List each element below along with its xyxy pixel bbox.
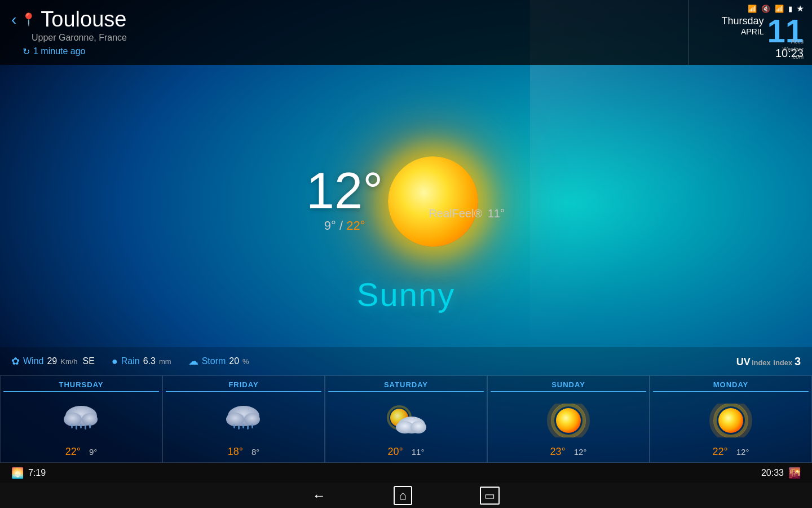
forecast-monday-label: MONDAY — [653, 380, 809, 392]
uv-index: UVindex index 3 — [736, 355, 801, 368]
svg-point-2 — [82, 413, 98, 426]
bottom-nav: ← ⌂ ▭ — [0, 483, 812, 508]
forecast-thursday-icon — [59, 395, 104, 446]
month-label: APRIL — [741, 27, 764, 36]
rain-cloud-icon-fri — [221, 404, 266, 437]
svg-rect-11 — [233, 424, 235, 428]
sunrise-info: 🌅 7:19 — [11, 467, 46, 479]
weather-details-bar: ✿ Wind 29Km/h SE ● Rain 6.3mm ☁ Storm 20… — [0, 347, 812, 375]
back-arrow-icon[interactable]: ‹ — [11, 11, 16, 29]
sunset-icon: 🌇 — [788, 467, 801, 479]
forecast-saturday-label: SATURDAY — [328, 380, 484, 392]
forecast-monday: MONDAY 22° — [650, 375, 812, 463]
uv-label: UV — [736, 356, 751, 367]
bottom-info: 🌅 7:19 20:33 🌇 — [0, 463, 812, 483]
forecast-mon-high: 22° — [713, 446, 728, 458]
realfeel-container: RealFeel® 11° — [429, 207, 505, 220]
forecast-sunday-temps: 23° 12° — [491, 446, 646, 458]
uv-sub-label: index — [752, 358, 771, 367]
svg-point-21 — [556, 408, 581, 433]
location-pin-icon: 📍 — [21, 13, 36, 27]
svg-point-20 — [411, 421, 426, 433]
forecast-monday-icon — [708, 395, 753, 446]
svg-rect-12 — [238, 425, 240, 430]
refresh-icon: ↻ — [23, 46, 30, 57]
forecast-sat-low: 11° — [412, 447, 425, 457]
bottom-bar: 🌅 7:19 20:33 🌇 ← ⌂ ▭ — [0, 463, 812, 508]
storm-detail: ☁ Storm 20% — [188, 355, 249, 367]
forecast-fri-low: 8° — [251, 447, 259, 457]
temp-range: 9° / 22° — [306, 218, 383, 233]
sunrise-icon: 🌅 — [11, 467, 24, 479]
forecast-sat-high: 20° — [388, 446, 403, 458]
rain-drop-icon: ● — [112, 356, 118, 367]
accuweather-logo: AccuWeather.com — [782, 38, 804, 60]
rain-value: 6.3 — [143, 356, 156, 366]
rain-unit: mm — [159, 357, 171, 366]
rain-cloud-icon-thu — [59, 404, 104, 437]
forecast-thu-high: 22° — [65, 446, 81, 458]
wifi-icon: 📶 — [775, 5, 784, 13]
bluetooth-icon: 📶 — [748, 5, 757, 13]
temp-sep: / — [336, 218, 346, 233]
sunset-time: 20:33 — [761, 468, 784, 478]
forecast-monday-temps: 22° 12° — [653, 446, 809, 458]
condition-label: Sunny — [357, 275, 455, 313]
svg-point-9 — [226, 413, 244, 426]
rain-label: Rain — [121, 356, 140, 366]
sun-container — [388, 156, 478, 247]
recents-button[interactable]: ▭ — [480, 487, 500, 505]
forecast-friday-icon — [221, 395, 266, 446]
forecast-saturday: SATURDAY — [325, 375, 487, 463]
forecast-sunday-icon — [546, 395, 591, 446]
forecast-mon-low: 12° — [736, 447, 749, 457]
forecast-thursday-temps: 22° 9° — [3, 446, 159, 458]
forecast-sun-low: 12° — [574, 447, 587, 457]
svg-rect-15 — [251, 424, 253, 428]
sunny-icon-sun — [546, 404, 591, 437]
realfeel-label: RealFeel® — [429, 207, 482, 220]
forecast-friday-temps: 18° 8° — [166, 446, 321, 458]
wind-detail: ✿ Wind 29Km/h SE — [11, 355, 95, 367]
refresh-time-text: 1 minute ago — [33, 46, 86, 56]
mute-icon: 🔇 — [761, 5, 770, 13]
current-temperature: 12° — [306, 165, 383, 216]
battery-icon: ▮ — [788, 5, 792, 13]
status-icons: 📶 🔇 📶 ▮ ★ — [748, 5, 804, 13]
svg-rect-13 — [242, 424, 244, 428]
location-subtitle: Upper Garonne, France — [11, 33, 677, 43]
datetime-section: 📶 🔇 📶 ▮ ★ Thursday APRIL 11 10:23 AccuWe… — [688, 0, 812, 65]
forecast-friday: FRIDAY — [162, 375, 325, 463]
rain-detail: ● Rain 6.3mm — [112, 356, 171, 367]
svg-rect-7 — [89, 424, 91, 428]
storm-unit: % — [242, 357, 249, 366]
forecast-friday-label: FRIDAY — [166, 380, 321, 392]
storm-value: 20 — [229, 356, 239, 366]
forecast-thu-low: 9° — [89, 447, 97, 457]
forecast-sunday: SUNDAY 23° — [487, 375, 650, 463]
forecast-bar: THURSDAY — [0, 375, 812, 463]
uv-value: 3 — [795, 355, 801, 367]
svg-rect-4 — [76, 425, 77, 430]
wind-icon: ✿ — [11, 355, 20, 367]
top-bar: ‹ 📍 Toulouse Upper Garonne, France ↻ 1 m… — [0, 0, 812, 65]
forecast-thursday: THURSDAY — [0, 375, 162, 463]
svg-rect-3 — [71, 424, 73, 428]
svg-rect-5 — [80, 424, 82, 428]
wind-unit: Km/h — [60, 357, 77, 366]
storm-label: Storm — [202, 356, 226, 366]
sunny-icon-mon — [708, 404, 753, 437]
location-section: ‹ 📍 Toulouse Upper Garonne, France ↻ 1 m… — [0, 0, 688, 65]
weather-content: 12° 9° / 22° RealFeel® 11° Sunny ✿ Wind … — [0, 65, 812, 463]
uv-sub-text: index — [773, 358, 795, 367]
svg-rect-14 — [247, 425, 249, 430]
forecast-sun-high: 23° — [550, 446, 566, 458]
storm-icon: ☁ — [188, 355, 198, 367]
sunset-info: 20:33 🌇 — [761, 467, 801, 479]
home-button[interactable]: ⌂ — [394, 486, 412, 505]
forecast-saturday-temps: 20° 11° — [328, 446, 484, 458]
back-button[interactable]: ← — [312, 488, 326, 503]
temp-low: 9° — [324, 218, 336, 233]
wind-dir: SE — [83, 356, 95, 366]
forecast-saturday-icon — [383, 395, 429, 446]
